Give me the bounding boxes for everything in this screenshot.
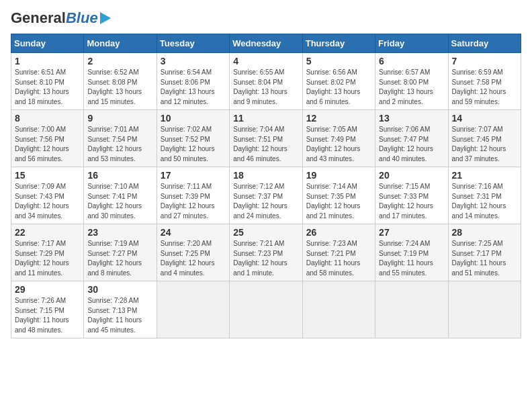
column-header-thursday: Thursday: [302, 34, 375, 53]
column-header-saturday: Saturday: [448, 34, 521, 53]
day-number: 29: [15, 284, 80, 295]
day-number: 12: [306, 113, 371, 124]
column-header-monday: Monday: [84, 34, 157, 53]
calendar-table: SundayMondayTuesdayWednesdayThursdayFrid…: [11, 34, 521, 338]
day-info: Sunrise: 6:54 AM Sunset: 8:06 PM Dayligh…: [161, 68, 226, 107]
logo: GeneralBlue: [11, 11, 111, 26]
day-info: Sunrise: 7:17 AM Sunset: 7:29 PM Dayligh…: [15, 239, 80, 278]
day-number: 22: [15, 227, 80, 238]
day-number: 1: [15, 56, 80, 66]
logo-arrow-icon: [100, 12, 111, 24]
day-number: 19: [306, 170, 371, 181]
calendar-cell: 7Sunrise: 6:59 AM Sunset: 7:58 PM Daylig…: [448, 53, 521, 110]
day-number: 27: [379, 227, 444, 238]
day-info: Sunrise: 7:15 AM Sunset: 7:33 PM Dayligh…: [379, 182, 444, 221]
day-info: Sunrise: 6:59 AM Sunset: 7:58 PM Dayligh…: [452, 68, 517, 107]
calendar-cell: 24Sunrise: 7:20 AM Sunset: 7:25 PM Dayli…: [157, 224, 229, 281]
day-number: 24: [161, 227, 226, 238]
day-info: Sunrise: 7:19 AM Sunset: 7:27 PM Dayligh…: [87, 239, 152, 278]
day-info: Sunrise: 7:01 AM Sunset: 7:54 PM Dayligh…: [87, 125, 152, 164]
calendar-cell: [375, 281, 448, 338]
day-number: 6: [379, 56, 444, 66]
calendar-week-row: 22Sunrise: 7:17 AM Sunset: 7:29 PM Dayli…: [11, 224, 521, 281]
day-info: Sunrise: 7:06 AM Sunset: 7:47 PM Dayligh…: [379, 125, 444, 164]
day-number: 30: [87, 284, 152, 295]
calendar-cell: 12Sunrise: 7:05 AM Sunset: 7:49 PM Dayli…: [302, 110, 375, 167]
calendar-cell: 17Sunrise: 7:11 AM Sunset: 7:39 PM Dayli…: [157, 167, 229, 224]
day-number: 2: [87, 56, 152, 66]
calendar-cell: 9Sunrise: 7:01 AM Sunset: 7:54 PM Daylig…: [84, 110, 157, 167]
day-info: Sunrise: 7:07 AM Sunset: 7:45 PM Dayligh…: [452, 125, 517, 164]
calendar-cell: 16Sunrise: 7:10 AM Sunset: 7:41 PM Dayli…: [84, 167, 157, 224]
day-info: Sunrise: 7:02 AM Sunset: 7:52 PM Dayligh…: [161, 125, 226, 164]
calendar-cell: 22Sunrise: 7:17 AM Sunset: 7:29 PM Dayli…: [11, 224, 84, 281]
column-header-friday: Friday: [375, 34, 448, 53]
day-number: 9: [87, 113, 152, 124]
calendar-cell: 25Sunrise: 7:21 AM Sunset: 7:23 PM Dayli…: [230, 224, 302, 281]
calendar-cell: 29Sunrise: 7:26 AM Sunset: 7:15 PM Dayli…: [11, 281, 84, 338]
column-header-tuesday: Tuesday: [157, 34, 229, 53]
day-number: 7: [452, 56, 517, 66]
logo-text: GeneralBlue: [11, 11, 98, 26]
calendar-cell: 10Sunrise: 7:02 AM Sunset: 7:52 PM Dayli…: [157, 110, 229, 167]
day-number: 10: [161, 113, 226, 124]
calendar-cell: 26Sunrise: 7:23 AM Sunset: 7:21 PM Dayli…: [302, 224, 375, 281]
day-info: Sunrise: 7:09 AM Sunset: 7:43 PM Dayligh…: [15, 182, 80, 221]
calendar-week-row: 15Sunrise: 7:09 AM Sunset: 7:43 PM Dayli…: [11, 167, 521, 224]
day-info: Sunrise: 6:52 AM Sunset: 8:08 PM Dayligh…: [87, 68, 152, 107]
day-info: Sunrise: 7:05 AM Sunset: 7:49 PM Dayligh…: [306, 125, 371, 164]
day-number: 5: [306, 56, 371, 66]
day-number: 14: [452, 113, 517, 124]
column-header-wednesday: Wednesday: [230, 34, 302, 53]
day-number: 8: [15, 113, 80, 124]
calendar-cell: 6Sunrise: 6:57 AM Sunset: 8:00 PM Daylig…: [375, 53, 448, 110]
calendar-cell: 13Sunrise: 7:06 AM Sunset: 7:47 PM Dayli…: [375, 110, 448, 167]
calendar-cell: 30Sunrise: 7:28 AM Sunset: 7:13 PM Dayli…: [84, 281, 157, 338]
day-number: 3: [161, 56, 226, 66]
day-info: Sunrise: 7:04 AM Sunset: 7:51 PM Dayligh…: [233, 125, 298, 164]
calendar-week-row: 29Sunrise: 7:26 AM Sunset: 7:15 PM Dayli…: [11, 281, 521, 338]
calendar-week-row: 1Sunrise: 6:51 AM Sunset: 8:10 PM Daylig…: [11, 53, 521, 110]
day-number: 18: [233, 170, 298, 181]
page-header: GeneralBlue: [11, 11, 521, 26]
calendar-cell: 15Sunrise: 7:09 AM Sunset: 7:43 PM Dayli…: [11, 167, 84, 224]
day-info: Sunrise: 7:25 AM Sunset: 7:17 PM Dayligh…: [452, 239, 517, 278]
day-info: Sunrise: 7:16 AM Sunset: 7:31 PM Dayligh…: [452, 182, 517, 221]
day-info: Sunrise: 7:14 AM Sunset: 7:35 PM Dayligh…: [306, 182, 371, 221]
calendar-cell: 11Sunrise: 7:04 AM Sunset: 7:51 PM Dayli…: [230, 110, 302, 167]
day-number: 4: [233, 56, 298, 66]
calendar-cell: 8Sunrise: 7:00 AM Sunset: 7:56 PM Daylig…: [11, 110, 84, 167]
day-info: Sunrise: 7:28 AM Sunset: 7:13 PM Dayligh…: [87, 296, 152, 335]
day-number: 16: [87, 170, 152, 181]
calendar-cell: 5Sunrise: 6:56 AM Sunset: 8:02 PM Daylig…: [302, 53, 375, 110]
day-number: 15: [15, 170, 80, 181]
day-number: 26: [306, 227, 371, 238]
calendar-cell: 21Sunrise: 7:16 AM Sunset: 7:31 PM Dayli…: [448, 167, 521, 224]
day-info: Sunrise: 7:11 AM Sunset: 7:39 PM Dayligh…: [161, 182, 226, 221]
calendar-cell: 18Sunrise: 7:12 AM Sunset: 7:37 PM Dayli…: [230, 167, 302, 224]
calendar-cell: 1Sunrise: 6:51 AM Sunset: 8:10 PM Daylig…: [11, 53, 84, 110]
day-number: 20: [379, 170, 444, 181]
day-info: Sunrise: 7:21 AM Sunset: 7:23 PM Dayligh…: [233, 239, 298, 278]
calendar-header-row: SundayMondayTuesdayWednesdayThursdayFrid…: [11, 34, 521, 53]
calendar-cell: 2Sunrise: 6:52 AM Sunset: 8:08 PM Daylig…: [84, 53, 157, 110]
day-info: Sunrise: 7:00 AM Sunset: 7:56 PM Dayligh…: [15, 125, 80, 164]
calendar-cell: 28Sunrise: 7:25 AM Sunset: 7:17 PM Dayli…: [448, 224, 521, 281]
calendar-week-row: 8Sunrise: 7:00 AM Sunset: 7:56 PM Daylig…: [11, 110, 521, 167]
calendar-cell: 3Sunrise: 6:54 AM Sunset: 8:06 PM Daylig…: [157, 53, 229, 110]
calendar-cell: 23Sunrise: 7:19 AM Sunset: 7:27 PM Dayli…: [84, 224, 157, 281]
calendar-cell: 4Sunrise: 6:55 AM Sunset: 8:04 PM Daylig…: [230, 53, 302, 110]
day-info: Sunrise: 6:55 AM Sunset: 8:04 PM Dayligh…: [233, 68, 298, 107]
calendar-cell: [230, 281, 302, 338]
day-number: 11: [233, 113, 298, 124]
day-info: Sunrise: 7:10 AM Sunset: 7:41 PM Dayligh…: [87, 182, 152, 221]
day-info: Sunrise: 7:20 AM Sunset: 7:25 PM Dayligh…: [161, 239, 226, 278]
day-info: Sunrise: 6:51 AM Sunset: 8:10 PM Dayligh…: [15, 68, 80, 107]
day-number: 23: [87, 227, 152, 238]
calendar-cell: 20Sunrise: 7:15 AM Sunset: 7:33 PM Dayli…: [375, 167, 448, 224]
calendar-cell: [302, 281, 375, 338]
day-info: Sunrise: 6:56 AM Sunset: 8:02 PM Dayligh…: [306, 68, 371, 107]
day-info: Sunrise: 7:26 AM Sunset: 7:15 PM Dayligh…: [15, 296, 80, 335]
column-header-sunday: Sunday: [11, 34, 84, 53]
day-info: Sunrise: 6:57 AM Sunset: 8:00 PM Dayligh…: [379, 68, 444, 107]
